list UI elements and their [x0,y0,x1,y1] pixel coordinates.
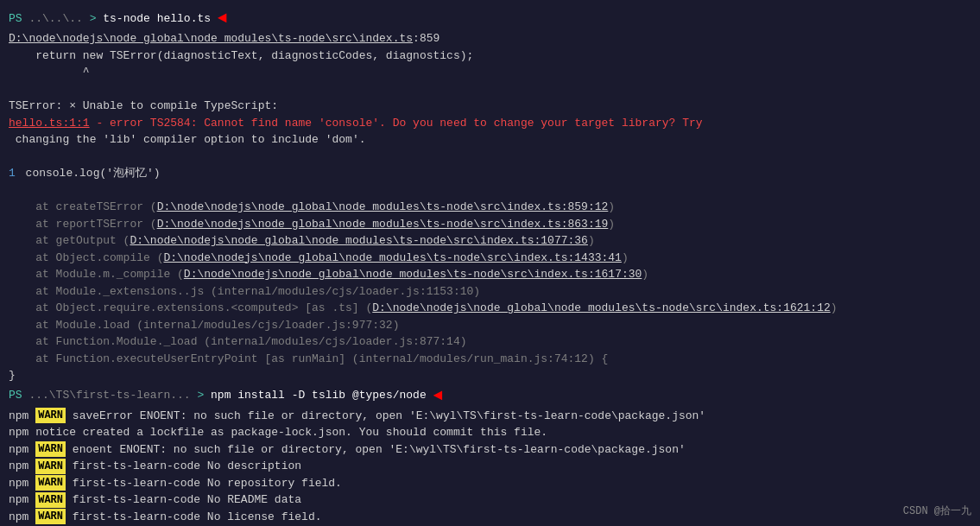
stack-text: at Function.Module._load (internal/modul… [9,333,467,351]
stack-line: at Module.m._compile (D:\node\nodejs\nod… [9,266,971,283]
error-location: hello.ts:1:1 [9,115,90,132]
terminal-line: return new TSError(diagnosticText, diagn… [9,48,971,65]
warn-line: npm WARN first-ts-learn-code No license … [9,509,971,526]
stack-text: at createTSError ( [9,199,157,216]
file-path: D:\node\nodejs\node_global\node_modules\… [9,30,413,48]
npm-text: npm [9,475,35,492]
stack-line: at Object.require.extensions.<computed> … [9,300,971,317]
stack-end: ) [588,232,595,250]
warn-badge: WARN [35,492,66,508]
warn-badge: WARN [35,509,66,524]
notice-text: npm notice created a lockfile as package… [9,424,547,441]
stack-line: at Function.executeUserEntryPoint [as ru… [9,351,971,368]
command-text: ts-node hello.ts [103,10,211,28]
arrow-icon: ◄ [433,384,443,408]
code-text: return new TSError(diagnosticText, diagn… [9,48,473,65]
warn-text: first-ts-learn-code No description [66,458,301,475]
closing-brace: } [9,367,16,384]
warn-line: npm WARN first-ts-learn-code No descript… [9,458,971,475]
warn-text: saveError ENOENT: no such file or direct… [66,408,705,425]
csdn-watermark: CSDN @拾一九 [903,504,971,519]
blank-line [9,149,971,166]
npm-text: npm [9,458,35,475]
stack-line: } [9,367,971,384]
blank-line [9,81,971,98]
file-path: D:\node\nodejs\node_global\node_modules\… [130,232,588,250]
warn-line: npm WARN first-ts-learn-code No reposito… [9,475,971,492]
terminal-line: D:\node\nodejs\node_global\node_modules\… [9,30,971,48]
file-path: D:\node\nodejs\node_global\node_modules\… [372,300,831,317]
npm-text: npm [9,491,35,509]
error-header: TSError: × Unable to compile TypeScript: [9,98,278,115]
error-text-cont: changing the 'lib' compiler option to in… [9,131,365,149]
warn-badge: WARN [35,475,66,491]
error-text: - error TS2584: Cannot find name 'consol… [90,115,703,132]
terminal-line: TSError: × Unable to compile TypeScript: [9,98,971,115]
caret-text: ^ [9,64,90,81]
command-text: npm install -D tslib @types/node [211,387,427,404]
stack-end: ) [608,199,615,216]
stack-text: at Module._extensions..js (internal/modu… [9,283,480,301]
npm-text: npm [9,441,35,459]
ps-prompt: PS ..\..\.. > [9,10,103,28]
stack-end: ) [831,300,838,317]
terminal-line: PS ..\..\.. > ts-node hello.ts ◄ [9,7,971,30]
file-path: D:\node\nodejs\node_global\node_modules\… [163,250,622,267]
stack-line: at Object.compile (D:\node\nodejs\node_g… [9,250,971,267]
error-detail-line: hello.ts:1:1 - error TS2584: Cannot find… [9,115,971,149]
stack-end: ) [642,266,648,283]
warn-line: npm WARN enoent ENOENT: no such file or … [9,441,971,459]
warn-line: npm WARN saveError ENOENT: no such file … [9,408,971,425]
stack-text: at getOutput ( [9,232,130,250]
code-line: 1 console.log('泡柯忆') [9,165,971,182]
file-path: D:\node\nodejs\node_global\node_modules\… [157,216,609,233]
stack-line: at getOutput (D:\node\nodejs\node_global… [9,232,971,250]
warn-text: enoent ENOENT: no such file or directory… [66,441,686,459]
warn-text: first-ts-learn-code No license field. [66,509,321,526]
terminal-line: PS ...\TS\first-ts-learn... > npm instal… [9,384,971,408]
stack-text: at Module.m._compile ( [9,266,184,283]
ps-prompt: PS ...\TS\first-ts-learn... > [9,387,211,404]
csdn-text: CSDN @拾一九 [903,505,971,517]
file-path: D:\node\nodejs\node_global\node_modules\… [157,199,609,216]
npm-text: npm [9,509,35,526]
stack-line: at reportTSError (D:\node\nodejs\node_gl… [9,216,971,233]
stack-end: ) [608,216,615,233]
blank-line [9,182,971,200]
warn-badge: WARN [35,441,66,457]
warn-badge: WARN [35,408,66,423]
stack-text: at Object.compile ( [9,250,163,267]
warn-text: first-ts-learn-code No README data [66,491,301,509]
stack-text: at Object.require.extensions.<computed> … [9,300,372,317]
stack-end: ) [622,250,629,267]
arrow-icon: ◄ [218,7,227,30]
npm-text: npm [9,408,35,425]
stack-line: at createTSError (D:\node\nodejs\node_gl… [9,199,971,216]
stack-text: at Function.executeUserEntryPoint [as ru… [9,351,608,368]
terminal-line: ^ [9,64,971,81]
stack-text: at reportTSError ( [9,216,157,233]
source-code: console.log('泡柯忆') [19,165,161,182]
warn-line: npm WARN first-ts-learn-code No README d… [9,491,971,509]
warn-text: first-ts-learn-code No repository field. [66,475,342,492]
stack-line: at Module._extensions..js (internal/modu… [9,283,971,301]
stack-text: at Module.load (internal/modules/cjs/loa… [9,317,399,334]
line-number: 1 [9,165,16,182]
line-info: :859 [413,30,439,48]
terminal-window: PS ..\..\.. > ts-node hello.ts ◄ D:\node… [0,0,980,526]
notice-line: npm notice created a lockfile as package… [9,424,971,441]
file-path: D:\node\nodejs\node_global\node_modules\… [184,266,642,283]
warn-badge: WARN [35,459,66,474]
stack-line: at Function.Module._load (internal/modul… [9,333,971,351]
stack-line: at Module.load (internal/modules/cjs/loa… [9,317,971,334]
